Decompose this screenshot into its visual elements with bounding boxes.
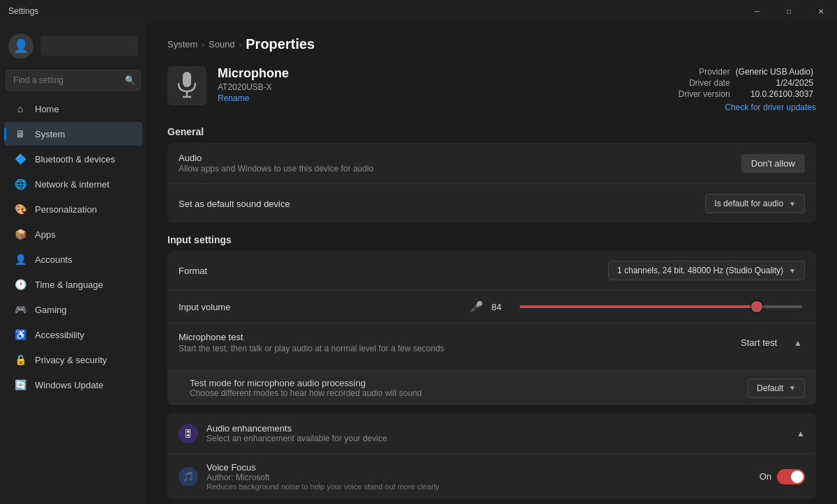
app-body: 👤 🔍 ⌂ Home 🖥 System 🔷 Bluetooth & device… <box>0 22 837 504</box>
bluetooth-icon: 🔷 <box>14 153 27 165</box>
device-model: AT2020USB-X <box>218 82 665 92</box>
gaming-icon: 🎮 <box>14 303 27 316</box>
provider-value: (Generic USB Audio) <box>733 66 816 77</box>
format-row: Format 1 channels, 24 bit, 48000 Hz (Stu… <box>167 251 816 290</box>
chevron-down-icon: ▼ <box>789 384 796 392</box>
driver-update-link[interactable]: Check for driver updates <box>676 102 816 112</box>
enhancements-label: Audio enhancements <box>206 423 788 434</box>
titlebar: Settings ─ □ ✕ <box>0 0 837 22</box>
slider-thumb[interactable] <box>751 301 762 312</box>
volume-label: Input volume <box>179 302 462 312</box>
breadcrumb-system[interactable]: System <box>167 39 197 49</box>
volume-slider[interactable] <box>520 305 803 308</box>
voice-focus-text: Voice Focus Author: Microsoft Reduces ba… <box>206 462 751 491</box>
slider-fill <box>520 305 757 308</box>
collapse-test-button[interactable]: ▲ <box>791 335 805 351</box>
provider-label: Provider <box>676 66 733 77</box>
mic-test-row: Microphone test Start the test, then tal… <box>167 323 816 362</box>
voice-focus-toggle-wrap: On <box>760 469 805 484</box>
driver-date-value: 1/24/2025 <box>733 77 816 89</box>
enhancements-icon: 🎛 <box>179 424 198 443</box>
system-icon: 🖥 <box>14 128 27 140</box>
search-icon: 🔍 <box>125 75 135 85</box>
sidebar-item-gaming[interactable]: 🎮 Gaming <box>4 298 142 321</box>
sidebar-item-label: Personalization <box>35 204 97 215</box>
sidebar-item-label: Home <box>35 104 59 114</box>
dont-allow-button[interactable]: Don't allow <box>741 154 805 173</box>
chevron-down-icon: ▼ <box>789 200 796 208</box>
test-mode-value: Default <box>757 383 783 393</box>
sidebar-item-time[interactable]: 🕐 Time & language <box>4 273 142 296</box>
titlebar-controls: ─ □ ✕ <box>741 0 837 22</box>
test-mode-dropdown[interactable]: Default ▼ <box>748 379 805 398</box>
default-dropdown-value: Is default for audio <box>714 199 783 208</box>
sidebar-item-label: Privacy & security <box>35 355 107 365</box>
rename-link[interactable]: Rename <box>218 93 665 103</box>
test-mode-label-wrap: Test mode for microphone audio processin… <box>190 378 748 398</box>
audio-main-label: Audio <box>179 153 733 163</box>
driver-version-value: 10.0.26100.3037 <box>733 89 816 100</box>
sidebar-item-update[interactable]: 🔄 Windows Update <box>4 373 142 397</box>
format-label: Format <box>179 266 600 276</box>
sidebar-item-system[interactable]: 🖥 System <box>4 122 142 146</box>
voice-focus-desc: Reduces background noise to help your vo… <box>206 482 751 491</box>
sidebar-top: 👤 <box>0 28 146 67</box>
voice-focus-icon: 🎵 <box>179 467 198 487</box>
toggle-thumb <box>791 471 804 483</box>
breadcrumb: System › Sound › Properties <box>167 36 816 52</box>
sidebar-item-label: Accessibility <box>35 330 84 340</box>
avatar[interactable]: 👤 <box>8 33 33 59</box>
person-icon: 👤 <box>13 38 29 54</box>
enhancements-card: 🎛 Audio enhancements Select an enhanceme… <box>167 413 816 499</box>
breadcrumb-sep2: › <box>239 40 242 49</box>
enhancements-sub: Select an enhancement available for your… <box>206 434 788 443</box>
titlebar-title: Settings <box>8 6 38 16</box>
sidebar-item-bluetooth[interactable]: 🔷 Bluetooth & devices <box>4 147 142 171</box>
sidebar-item-network[interactable]: 🌐 Network & internet <box>4 172 142 196</box>
microphone-icon: 🎤 <box>470 300 483 313</box>
sidebar-item-label: System <box>35 129 65 139</box>
voice-focus-row: 🎵 Voice Focus Author: Microsoft Reduces … <box>167 453 816 499</box>
sidebar-item-apps[interactable]: 📦 Apps <box>4 222 142 246</box>
input-settings-card: Format 1 channels, 24 bit, 48000 Hz (Stu… <box>167 251 816 405</box>
sidebar-item-accounts[interactable]: 👤 Accounts <box>4 247 142 271</box>
voice-focus-toggle[interactable] <box>777 469 805 484</box>
sidebar-item-accessibility[interactable]: ♿ Accessibility <box>4 323 142 346</box>
update-icon: 🔄 <box>14 379 27 391</box>
enhancements-text: Audio enhancements Select an enhancement… <box>206 423 788 443</box>
volume-row: Input volume 🎤 84 <box>167 290 816 323</box>
mic-test-label: Microphone test <box>179 332 727 342</box>
audio-label: Audio Allow apps and Windows to use this… <box>179 153 733 174</box>
default-main-label: Set as default sound device <box>179 199 697 209</box>
sidebar-item-label: Windows Update <box>35 380 103 390</box>
breadcrumb-current: Properties <box>246 36 315 52</box>
format-main-label: Format <box>179 266 600 276</box>
maximize-button[interactable]: □ <box>773 0 805 22</box>
home-icon: ⌂ <box>14 102 27 115</box>
default-dropdown[interactable]: Is default for audio ▼ <box>705 194 805 213</box>
svg-rect-0 <box>183 72 191 87</box>
search-input[interactable] <box>6 70 141 91</box>
sidebar-item-label: Bluetooth & devices <box>35 154 115 165</box>
sidebar-item-home[interactable]: ⌂ Home <box>4 97 142 121</box>
voice-focus-author: Author: Microsoft <box>206 473 751 482</box>
sidebar-item-personalization[interactable]: 🎨 Personalization <box>4 197 142 221</box>
volume-label-wrap: Input volume <box>179 302 462 312</box>
format-dropdown[interactable]: 1 channels, 24 bit, 48000 Hz (Studio Qua… <box>608 261 805 280</box>
start-test-button[interactable]: Start test <box>735 335 783 351</box>
personalization-icon: 🎨 <box>14 203 27 215</box>
general-section-title: General <box>167 126 816 137</box>
username-box <box>40 36 138 56</box>
driver-version-label: Driver version <box>676 89 733 100</box>
enhancements-header[interactable]: 🎛 Audio enhancements Select an enhanceme… <box>167 413 816 453</box>
breadcrumb-sound[interactable]: Sound <box>209 39 235 49</box>
device-icon <box>167 66 206 105</box>
privacy-icon: 🔒 <box>14 353 27 366</box>
default-label: Set as default sound device <box>179 199 697 209</box>
default-device-row: Set as default sound device Is default f… <box>167 183 816 223</box>
minimize-button[interactable]: ─ <box>741 0 773 22</box>
main-content: System › Sound › Properties Microphone <box>146 22 837 504</box>
sidebar-item-privacy[interactable]: 🔒 Privacy & security <box>4 348 142 372</box>
driver-info: Provider (Generic USB Audio) Driver date… <box>676 66 816 112</box>
close-button[interactable]: ✕ <box>805 0 837 22</box>
